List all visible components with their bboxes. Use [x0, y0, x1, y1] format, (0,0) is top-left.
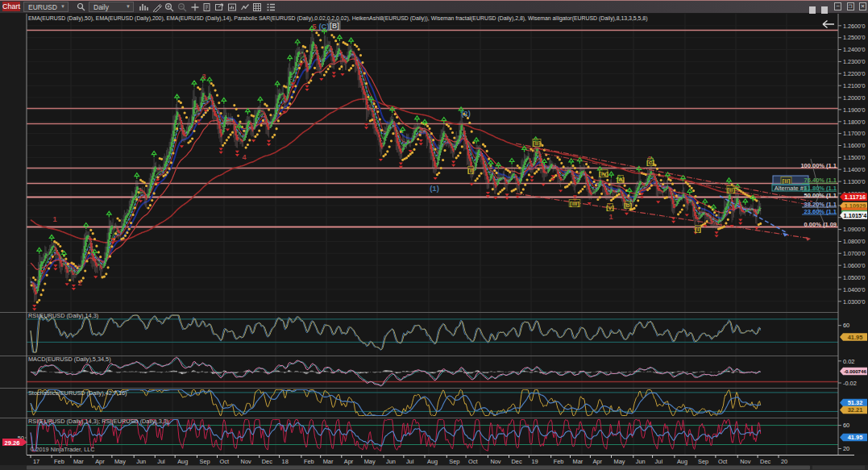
svg-text:Alternate #1: Alternate #1: [775, 185, 807, 192]
svg-text:MACD(EURUSD (Daily),5,34,5): MACD(EURUSD (Daily),5,34,5): [28, 356, 111, 363]
svg-text:19: 19: [531, 458, 538, 465]
svg-text:Nov: Nov: [241, 458, 251, 465]
svg-text:1.2100’0: 1.2100’0: [843, 82, 866, 89]
svg-text:38.20% (1.1: 38.20% (1.1: [804, 201, 837, 208]
svg-text:(2): (2): [461, 109, 471, 118]
svg-text:[a]: [a]: [617, 176, 625, 183]
svg-text:© 2019 NinjaTrader, LLC: © 2019 NinjaTrader, LLC: [30, 446, 95, 453]
svg-text:100.00% (1.1: 100.00% (1.1: [800, 162, 837, 169]
svg-text:Nov: Nov: [740, 458, 750, 465]
svg-text:5: 5: [312, 23, 316, 31]
svg-text:Stochastics(EURUSD (Daily),42,: Stochastics(EURUSD (Daily),42,7,16): [28, 389, 127, 397]
svg-text:Aug: Aug: [427, 458, 438, 465]
svg-text:[iv]: [iv]: [599, 170, 608, 177]
svg-text:3: 3: [201, 73, 206, 81]
svg-text:1.0500’0: 1.0500’0: [843, 274, 866, 281]
svg-text:76.40% (1.1: 76.40% (1.1: [804, 177, 837, 184]
svg-text:Jul: Jul: [406, 458, 414, 465]
svg-text:Apr: Apr: [592, 458, 602, 465]
svg-text:Jun: Jun: [136, 458, 146, 465]
svg-text:May: May: [114, 458, 126, 465]
svg-text:Jun: Jun: [636, 458, 646, 465]
svg-text:-0.000746: -0.000746: [844, 368, 866, 374]
svg-text:Feb: Feb: [54, 458, 64, 465]
svg-text:1.1500’0: 1.1500’0: [843, 154, 866, 161]
svg-text:23.60% (1.1: 23.60% (1.1: [804, 208, 837, 215]
svg-text:1: 1: [52, 215, 56, 223]
svg-text:Sep: Sep: [200, 458, 210, 465]
svg-text:0.00% (1.09: 0.00% (1.09: [804, 221, 837, 228]
svg-text:Jun: Jun: [386, 458, 396, 465]
svg-text:Oct: Oct: [220, 458, 230, 465]
svg-text:Feb: Feb: [304, 458, 314, 465]
svg-text:[iii]: [iii]: [570, 200, 579, 207]
svg-text:0.02: 0.02: [843, 358, 854, 365]
svg-text:[ii]: [ii]: [533, 139, 541, 147]
svg-text:[i]: [i]: [467, 167, 474, 174]
svg-text:60: 60: [843, 422, 849, 429]
svg-text:4: 4: [242, 153, 246, 161]
svg-text:61.80% (1.1: 61.80% (1.1: [804, 185, 837, 192]
svg-text:Jul: Jul: [655, 458, 663, 465]
svg-text:Aug: Aug: [677, 458, 687, 465]
svg-text:(1): (1): [430, 184, 439, 193]
svg-text:Aug: Aug: [177, 458, 188, 465]
svg-text:1.11716: 1.11716: [845, 193, 866, 201]
svg-text:1.2300’0: 1.2300’0: [843, 58, 866, 65]
svg-text:1.2600’0: 1.2600’0: [843, 23, 866, 30]
svg-text:Mar: Mar: [73, 458, 84, 465]
svg-text:[i]: [i]: [695, 226, 701, 233]
svg-text:1.1700’0: 1.1700’0: [843, 130, 866, 137]
svg-text:Feb: Feb: [554, 458, 564, 465]
svg-text:[ii]: [ii]: [727, 186, 735, 193]
svg-text:29.26: 29.26: [5, 439, 20, 447]
svg-text:1.2400’0: 1.2400’0: [843, 46, 866, 53]
svg-text:17: 17: [33, 458, 39, 465]
svg-text:41.95: 41.95: [848, 434, 863, 441]
svg-text:Nov: Nov: [490, 458, 500, 465]
svg-text:Mar: Mar: [573, 458, 584, 465]
svg-text:51.32: 51.32: [848, 399, 863, 406]
svg-text:1.0900’0: 1.0900’0: [843, 226, 866, 233]
svg-text:1.1015’4: 1.1015’4: [844, 212, 868, 219]
svg-text:1.0800’0: 1.0800’0: [843, 238, 866, 245]
svg-text:Apr: Apr: [344, 458, 354, 465]
svg-text:20: 20: [781, 458, 787, 465]
svg-text:RSI(EURUSD (Daily),14,3): RSI(EURUSD (Daily),14,3): [28, 312, 98, 319]
svg-text:[b]: [b]: [624, 202, 633, 209]
svg-text:Oct: Oct: [468, 458, 478, 465]
svg-text:Jul: Jul: [157, 458, 165, 465]
svg-text:RSI(EURUSD (Daily),14,3); RSI(: RSI(EURUSD (Daily),14,3); RSI(EURUSD (Da…: [28, 418, 168, 425]
svg-text:41.95: 41.95: [848, 334, 863, 341]
svg-text:1.0400’0: 1.0400’0: [843, 286, 866, 293]
svg-text:Dec: Dec: [512, 458, 522, 465]
svg-text:[v]: [v]: [606, 204, 614, 211]
svg-text:1: 1: [608, 213, 613, 221]
svg-text:Apr: Apr: [95, 458, 105, 465]
svg-text:20: 20: [843, 445, 849, 452]
svg-text:[B]: [B]: [330, 22, 339, 30]
svg-text:-0.02: -0.02: [843, 380, 857, 387]
svg-text:1.2000’0: 1.2000’0: [843, 94, 866, 102]
svg-text:Oct: Oct: [718, 458, 728, 465]
svg-text:Sep: Sep: [449, 458, 459, 465]
svg-text:2: 2: [77, 279, 81, 287]
svg-text:1.1900’0: 1.1900’0: [843, 106, 866, 114]
svg-text:1.2200’0: 1.2200’0: [843, 70, 866, 77]
svg-text:1.0700’0: 1.0700’0: [843, 250, 866, 257]
svg-text:1.2500’0: 1.2500’0: [843, 34, 866, 41]
svg-text:1.1600’0: 1.1600’0: [843, 142, 866, 149]
svg-text:(C): (C): [318, 22, 329, 31]
svg-text:Dec: Dec: [262, 458, 272, 465]
svg-text:May: May: [614, 458, 625, 465]
svg-text:Sep: Sep: [698, 458, 708, 465]
svg-text:1.1800’0: 1.1800’0: [843, 119, 866, 126]
svg-text:[c]: [c]: [646, 159, 654, 166]
svg-text:May: May: [364, 458, 376, 465]
svg-text:1.0600’0: 1.0600’0: [843, 262, 866, 269]
svg-text:Mar: Mar: [323, 458, 334, 465]
svg-text:32.21: 32.21: [848, 406, 863, 414]
svg-text:1.0300’0: 1.0300’0: [843, 298, 866, 306]
svg-text:60: 60: [843, 322, 849, 329]
svg-text:Dec: Dec: [760, 458, 770, 465]
